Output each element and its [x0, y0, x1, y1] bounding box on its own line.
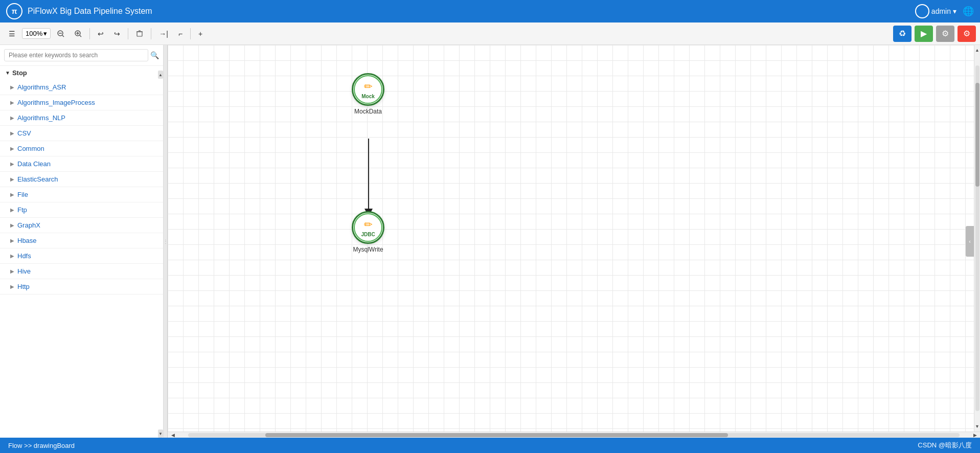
sidebar-item-label-data-clean: Data Clean: [17, 160, 51, 168]
chevron-icon-hdfs: ▶: [10, 253, 14, 259]
chevron-icon-data-clean: ▶: [10, 161, 14, 167]
stop-label: Stop: [12, 69, 27, 77]
canvas-hscroll-right-arrow[interactable]: ▶: [970, 432, 980, 438]
sidebar-item-label-asr: Algorithms_ASR: [17, 83, 66, 91]
sidebar-item-elasticsearch[interactable]: ▶ ElasticSearch: [0, 172, 163, 187]
sidebar-scroll[interactable]: ▼ Stop ▶ Algorithms_ASR ▶ Algorithms_Ima…: [0, 66, 163, 438]
sidebar-item-label-http: Http: [17, 283, 30, 290]
node-connector-arrow: [348, 139, 389, 220]
canvas-hscroll-left-arrow[interactable]: ◀: [168, 432, 178, 438]
canvas-grid: ✏ Mock MockData ✏: [168, 45, 980, 438]
sidebar: 🔍 ▼ Stop ▶ Algorithms_ASR ▶ Algorithms_I…: [0, 45, 164, 438]
chevron-icon-graphx: ▶: [10, 222, 14, 228]
sidebar-item-label-hbase: Hbase: [17, 237, 37, 244]
header-right: 👤 admin ▾ 🌐: [915, 4, 974, 18]
statusbar: Flow >> drawingBoard CSDN @暗影八度: [0, 438, 980, 453]
canvas-wrapper[interactable]: ✏ Mock MockData ✏: [168, 45, 980, 438]
toolbar-separator-1: [89, 28, 90, 39]
settings-button[interactable]: ⚙: [958, 26, 976, 42]
admin-menu[interactable]: 👤 admin ▾: [915, 4, 956, 18]
chevron-icon-imageprocess: ▶: [10, 100, 14, 105]
app-title: PiFlowX Big Data Pipeline System: [28, 7, 152, 16]
sidebar-scroll-down-arrow[interactable]: ▼: [158, 429, 163, 438]
canvas-vscroll-up-arrow[interactable]: ▲: [974, 45, 981, 55]
search-icon: 🔍: [150, 51, 159, 59]
chevron-icon-hbase: ▶: [10, 238, 14, 243]
header-left: π PiFlowX Big Data Pipeline System: [6, 3, 152, 19]
chevron-icon-hive: ▶: [10, 268, 14, 274]
bend-button[interactable]: ⌐: [175, 28, 186, 40]
redo-button[interactable]: ↪: [110, 28, 124, 40]
add-button[interactable]: +: [195, 28, 206, 40]
canvas-vscroll-down-arrow[interactable]: ▼: [974, 421, 981, 432]
sidebar-item-label-csv: CSV: [17, 129, 31, 137]
sidebar-item-graphx[interactable]: ▶ GraphX: [0, 218, 163, 233]
sidebar-item-data-clean[interactable]: ▶ Data Clean: [0, 156, 163, 172]
canvas-side-tab[interactable]: ‹: [966, 226, 974, 257]
svg-line-4: [80, 35, 81, 37]
chevron-icon-nlp: ▶: [10, 115, 14, 121]
sidebar-item-label-nlp: Algorithms_NLP: [17, 114, 65, 122]
zoom-in-button[interactable]: [71, 28, 85, 39]
sidebar-item-hive[interactable]: ▶ Hive: [0, 264, 163, 279]
toolbar-separator-3: [151, 28, 151, 39]
sidebar-item-csv[interactable]: ▶ CSV: [0, 126, 163, 141]
node-mysqlwrite-pencil-icon: ✏: [364, 218, 373, 231]
undo-button[interactable]: ↩: [94, 28, 107, 40]
sidebar-item-algorithms-nlp[interactable]: ▶ Algorithms_NLP: [0, 110, 163, 126]
canvas-vscroll-track[interactable]: [975, 65, 979, 411]
canvas-hscroll-track[interactable]: [188, 433, 960, 437]
node-mysqlwrite[interactable]: ✏ JDBC MysqlWrite: [352, 211, 384, 253]
stop-header[interactable]: ▼ Stop: [0, 66, 163, 80]
svg-line-1: [62, 35, 64, 37]
chevron-icon-http: ▶: [10, 284, 14, 289]
node-mockdata-label: MockData: [354, 108, 382, 115]
main-content: 🔍 ▼ Stop ▶ Algorithms_ASR ▶ Algorithms_I…: [0, 45, 980, 438]
node-mysqlwrite-label: MysqlWrite: [353, 246, 383, 253]
sidebar-item-label-ftp: Ftp: [17, 206, 27, 214]
canvas-vscroll-thumb[interactable]: [975, 83, 979, 187]
chevron-icon-elasticsearch: ▶: [10, 176, 14, 182]
sidebar-item-http[interactable]: ▶ Http: [0, 279, 163, 295]
sidebar-search-container: 🔍: [0, 45, 163, 66]
settings2-button[interactable]: ⚙: [936, 26, 954, 42]
canvas-hscroll-thumb[interactable]: [265, 433, 728, 437]
search-input[interactable]: [4, 49, 148, 61]
sidebar-item-ftp[interactable]: ▶ Ftp: [0, 202, 163, 218]
admin-dropdown-arrow: ▾: [953, 7, 956, 15]
canvas-hscrollbar: ◀ ▶: [168, 432, 980, 438]
chevron-icon-asr: ▶: [10, 84, 14, 90]
toolbar: ☰ 100% ▾ ↩ ↪ →| ⌐ + ♻ ▶ ⚙ ⚙: [0, 22, 980, 45]
chevron-icon-common: ▶: [10, 146, 14, 151]
watermark-text: CSDN @暗影八度: [918, 441, 972, 450]
connection-button[interactable]: →|: [155, 28, 172, 40]
sidebar-toggle-button[interactable]: ☰: [5, 28, 19, 40]
node-mysqlwrite-ring: ✏ JDBC: [354, 213, 382, 242]
canvas-vscrollbar: ▲ ▼: [974, 45, 980, 432]
node-mysqlwrite-circle: ✏ JDBC: [352, 211, 384, 244]
delete-button[interactable]: [132, 28, 147, 39]
sidebar-item-hbase[interactable]: ▶ Hbase: [0, 233, 163, 248]
sidebar-scroll-up-arrow[interactable]: ▲: [158, 71, 163, 79]
sidebar-item-algorithms-imageprocess[interactable]: ▶ Algorithms_ImageProcess: [0, 95, 163, 110]
sidebar-item-label-common: Common: [17, 145, 44, 152]
toolbar-separator-4: [190, 28, 191, 39]
toolbar-separator-2: [128, 28, 128, 39]
zoom-dropdown-icon[interactable]: ▾: [43, 30, 47, 37]
node-mockdata[interactable]: ✏ Mock MockData: [352, 73, 384, 115]
chevron-icon-ftp: ▶: [10, 207, 14, 213]
sidebar-item-common[interactable]: ▶ Common: [0, 141, 163, 156]
admin-label: admin: [931, 7, 951, 15]
chevron-icon-file: ▶: [10, 192, 14, 197]
sidebar-item-label-imageprocess: Algorithms_ImageProcess: [17, 99, 95, 106]
sidebar-resize-handle[interactable]: ⋮: [164, 45, 168, 438]
node-mockdata-circle: ✏ Mock: [352, 73, 384, 106]
sidebar-item-hdfs[interactable]: ▶ Hdfs: [0, 248, 163, 264]
recycle-button[interactable]: ♻: [893, 26, 911, 42]
language-icon[interactable]: 🌐: [963, 6, 974, 17]
sidebar-item-algorithms-asr[interactable]: ▶ Algorithms_ASR: [0, 80, 163, 95]
sidebar-item-file[interactable]: ▶ File: [0, 187, 163, 202]
run-button[interactable]: ▶: [915, 26, 933, 42]
node-mockdata-type-label: Mock: [361, 94, 375, 99]
zoom-out-button[interactable]: [54, 28, 68, 39]
